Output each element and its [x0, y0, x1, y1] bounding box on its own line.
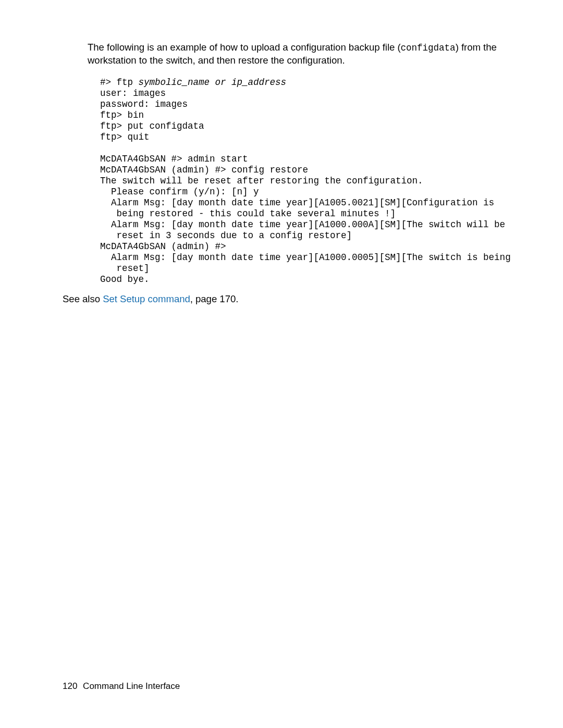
see-also-link[interactable]: Set Setup command [103, 293, 190, 304]
code-l6: ftp> quit [100, 132, 150, 142]
see-also-row: See also Set Setup command, page 170. [63, 293, 500, 305]
code-l3: password: images [100, 99, 188, 109]
intro-code: configdata [401, 43, 456, 53]
code-l4: ftp> bin [100, 110, 144, 120]
code-l12: Alarm Msg: [day month date time year][A1… [100, 198, 494, 208]
code-l19: Good bye. [100, 274, 150, 285]
code-l9: McDATA4GbSAN (admin) #> config restore [100, 165, 308, 175]
code-l15: reset in 3 seconds due to a config resto… [100, 230, 352, 241]
code-l17: Alarm Msg: [day month date time year][A1… [100, 252, 511, 263]
code-l1a: #> ftp [100, 77, 139, 88]
code-l10: The switch will be reset after restoring… [100, 176, 423, 186]
see-also-suffix: , page 170. [190, 293, 239, 304]
intro-paragraph: The following is an example of how to up… [88, 41, 500, 68]
code-l5: ftp> put configdata [100, 121, 204, 131]
page-footer: 120 Command Line Interface [63, 681, 180, 692]
code-l1b: symbolic_name or ip_address [139, 77, 287, 88]
code-l14: Alarm Msg: [day month date time year][A1… [100, 219, 505, 230]
page-number: 120 [63, 681, 77, 691]
code-l11: Please confirm (y/n): [n] y [100, 187, 259, 197]
page-container: The following is an example of how to up… [0, 0, 563, 728]
code-l8: McDATA4GbSAN #> admin start [100, 154, 248, 164]
code-example: #> ftp symbolic_name or ip_address user:… [100, 77, 500, 285]
code-l16: McDATA4GbSAN (admin) #> [100, 241, 226, 252]
see-also-label: See also [63, 293, 100, 304]
footer-section: Command Line Interface [83, 681, 180, 691]
code-l13: being restored - this could take several… [100, 208, 396, 219]
code-l18: reset] [100, 263, 150, 274]
code-l2: user: images [100, 88, 166, 98]
intro-part1: The following is an example of how to up… [88, 42, 401, 53]
